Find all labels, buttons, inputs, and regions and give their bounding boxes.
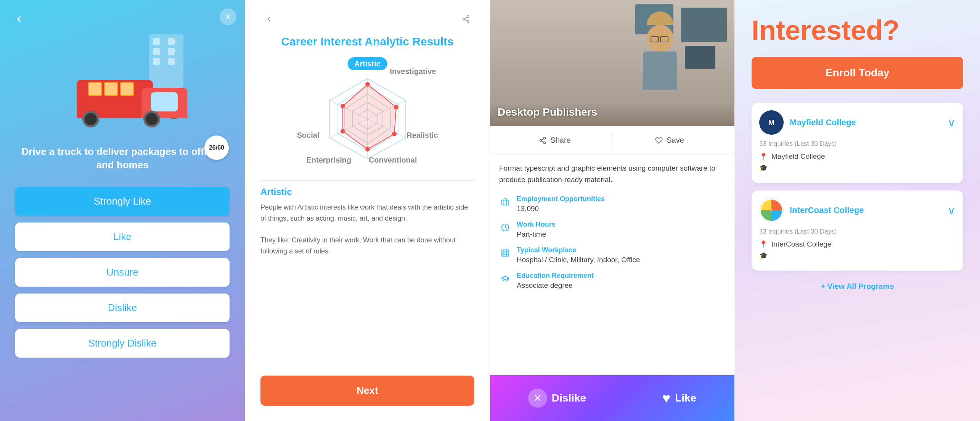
svg-point-15 [394,105,398,110]
education-label: Education Requirement [517,272,594,280]
education-value: Associate degree [517,281,594,290]
intercoast-expand-button[interactable]: ∨ [948,204,956,217]
interested-headline: Interested? [752,15,963,45]
workplace-value: Hospital / Clinic, Military, Indoor, Off… [517,256,640,264]
education-detail: Education Requirement Associate degree [517,272,594,290]
intercoast-inquiries: 33 Inquiries (Last 30 Days) [759,228,956,236]
truck-wheel-right [143,111,160,127]
svg-line-23 [541,141,544,142]
building-icon [499,247,511,259]
option-strongly-like[interactable]: Strongly Like [15,187,230,216]
intercoast-header: IC InterCoast College ∨ [759,198,956,223]
results-header [260,11,474,27]
like-text: Like [675,392,696,404]
mayfield-name[interactable]: Mayfield College [790,118,856,127]
question-text: Drive a truck to deliver packages to off… [15,145,230,172]
employment-opportunities-row: Employment Opportunities 13,090 [499,195,725,213]
mayfield-location-row: 📍 Mayfield College [759,152,956,161]
education-row: Education Requirement Associate degree [499,272,725,290]
mayfield-logo: M [759,110,784,135]
like-action[interactable]: ♥ Like [662,390,696,406]
svg-point-16 [392,132,397,136]
option-unsure[interactable]: Unsure [15,258,230,287]
workplace-detail: Typical Workplace Hospital / Clinic, Mil… [517,246,640,264]
svg-point-17 [365,147,370,152]
graduation-icon [499,273,511,285]
panel-career-results: Career Interest Analytic Results Artisti… [245,0,490,421]
dislike-action[interactable]: ✕ Dislike [528,389,586,408]
section-divider [260,180,474,181]
job-actions-bar: Share Save [490,126,734,155]
save-label: Save [667,136,684,145]
employment-value: 13,090 [517,205,605,213]
job-title: Desktop Publishers [498,106,597,118]
radar-chart: Artistic Investigative Realistic Convent… [295,56,440,170]
type-title: Artistic [260,187,474,197]
save-action-button[interactable]: Save [612,133,727,148]
svg-line-24 [541,139,544,140]
svg-rect-27 [502,250,509,256]
close-button[interactable]: ✕ [220,8,236,25]
workplace-label: Typical Workplace [517,246,640,254]
dislike-text: Dislike [552,392,586,404]
employment-label: Employment Opportunities [517,195,605,203]
results-back-button[interactable] [260,11,277,27]
mayfield-inquiries: 33 Inquiries (Last 30 Days) [759,140,956,148]
intercoast-program-row: 🎓 [759,252,956,260]
label-artistic: Artistic [347,60,387,68]
workplace-row: Typical Workplace Hospital / Clinic, Mil… [499,246,725,264]
clock-icon [499,221,511,234]
svg-line-4 [465,17,467,19]
close-icon: ✕ [225,12,231,21]
work-hours-label: Work Hours [517,221,556,229]
intercoast-location-row: 📍 InterCoast College [759,240,956,248]
work-hours-row: Work Hours Part-time [499,221,725,239]
intercoast-logo-inner: IC [761,200,782,221]
briefcase-icon [499,196,511,208]
dislike-x-icon: ✕ [528,389,547,408]
job-description: Format typescript and graphic elements u… [499,163,725,186]
mayfield-expand-button[interactable]: ∨ [948,116,956,129]
work-hours-value: Part-time [517,230,556,239]
college-card-intercoast: IC InterCoast College ∨ 33 Inquiries (La… [752,190,963,271]
results-title: Career Interest Analytic Results [260,35,474,48]
view-all-programs-button[interactable]: + View All Programs [752,282,963,291]
mayfield-program-row: 🎓 [759,164,956,172]
option-like[interactable]: Like [15,223,230,251]
intercoast-logo-wrap: IC InterCoast College [759,198,864,223]
job-details-content: Format typescript and graphic elements u… [490,155,734,375]
option-dislike[interactable]: Dislike [15,294,230,322]
svg-point-14 [365,82,370,87]
mayfield-header: M Mayfield College ∨ [759,110,956,135]
graduation-cap-icon-2: 🎓 [759,252,768,260]
building-illustration [149,34,183,88]
like-dislike-bar: ✕ Dislike ♥ Like [490,375,734,421]
person-figure [647,11,677,90]
pin-icon-2: 📍 [759,240,768,248]
panel-interested: Interested? Enroll Today M Mayfield Coll… [734,0,980,421]
employment-detail: Employment Opportunities 13,090 [517,195,605,213]
type-description: People with Artistic interests like work… [260,202,474,257]
svg-point-19 [341,104,345,108]
svg-line-3 [465,19,467,21]
intercoast-logo: IC [759,198,784,223]
panel-job-detail: Desktop Publishers Share Save Format typ… [490,0,734,421]
work-hours-detail: Work Hours Part-time [517,221,556,239]
share-action-button[interactable]: Share [498,133,612,148]
back-button[interactable] [11,11,27,27]
job-hero-image: Desktop Publishers [490,0,734,126]
like-heart-icon: ♥ [662,390,670,406]
share-button[interactable] [458,11,474,27]
truck-wheel-left [82,111,99,127]
intercoast-name[interactable]: InterCoast College [790,205,864,215]
answer-options: Strongly Like Like Unsure Dislike Strong… [15,187,230,358]
graduation-cap-icon: 🎓 [759,164,768,172]
quiz-illustration [61,34,183,134]
enroll-today-button[interactable]: Enroll Today [752,57,963,89]
mayfield-logo-wrap: M Mayfield College [759,110,856,135]
next-button[interactable]: Next [260,376,474,406]
pin-icon: 📍 [759,152,768,161]
college-card-mayfield: M Mayfield College ∨ 33 Inquiries (Last … [752,103,963,183]
svg-rect-25 [502,200,509,205]
option-strongly-dislike[interactable]: Strongly Dislike [15,329,230,358]
